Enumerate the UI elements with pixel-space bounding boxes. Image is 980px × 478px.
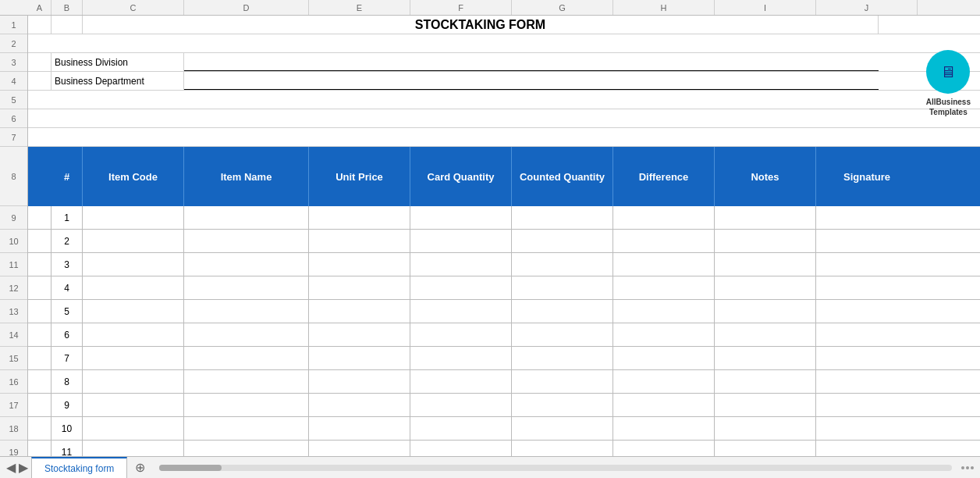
data-cell-price-5[interactable] <box>309 323 410 346</box>
data-cell-diff-3[interactable] <box>613 276 715 299</box>
data-cell-price-0[interactable] <box>309 206 410 229</box>
data-cell-diff-0[interactable] <box>613 206 715 229</box>
data-cell-diff-7[interactable] <box>613 370 715 393</box>
data-cell-name-8[interactable] <box>184 394 309 416</box>
data-cell-countedqty-7[interactable] <box>512 370 613 393</box>
table-row[interactable]: 5 <box>28 300 980 323</box>
table-row[interactable]: 6 <box>28 323 980 347</box>
data-cell-diff-9[interactable] <box>613 417 715 440</box>
data-cell-price-1[interactable] <box>309 230 410 252</box>
data-cell-notes-8[interactable] <box>715 394 816 416</box>
data-cell-notes-1[interactable] <box>715 230 816 252</box>
data-cell-price-9[interactable] <box>309 417 410 440</box>
data-cell-code-9[interactable] <box>83 417 184 440</box>
data-cell-cardqty-3[interactable] <box>410 276 512 299</box>
add-sheet-button[interactable]: ⊕ <box>127 457 153 478</box>
horizontal-scrollbar[interactable] <box>159 465 952 471</box>
data-cell-code-2[interactable] <box>83 253 184 276</box>
table-row[interactable]: 1 <box>28 206 980 230</box>
data-cell-name-3[interactable] <box>184 276 309 299</box>
data-cell-cardqty-8[interactable] <box>410 394 512 416</box>
data-cell-code-3[interactable] <box>83 276 184 299</box>
data-cell-name-9[interactable] <box>184 417 309 440</box>
data-cell-notes-3[interactable] <box>715 276 816 299</box>
scroll-thumb[interactable] <box>159 465 222 471</box>
data-cell-diff-8[interactable] <box>613 394 715 416</box>
data-cell-name-7[interactable] <box>184 370 309 393</box>
data-cell-cardqty-10[interactable] <box>410 441 512 456</box>
data-cell-notes-0[interactable] <box>715 206 816 229</box>
data-cell-price-2[interactable] <box>309 253 410 276</box>
data-cell-name-5[interactable] <box>184 323 309 346</box>
data-cell-price-4[interactable] <box>309 300 410 323</box>
data-cell-sig-1[interactable] <box>816 230 918 252</box>
data-cell-diff-10[interactable] <box>613 441 715 456</box>
data-cell-diff-2[interactable] <box>613 253 715 276</box>
data-cell-code-7[interactable] <box>83 370 184 393</box>
data-cell-sig-0[interactable] <box>816 206 918 229</box>
next-sheet-button[interactable]: ▶ <box>19 457 28 478</box>
data-cell-cardqty-0[interactable] <box>410 206 512 229</box>
table-row[interactable]: 4 <box>28 276 980 300</box>
data-cell-sig-9[interactable] <box>816 417 918 440</box>
data-cell-sig-10[interactable] <box>816 441 918 456</box>
data-cell-countedqty-4[interactable] <box>512 300 613 323</box>
data-cell-cardqty-9[interactable] <box>410 417 512 440</box>
table-row[interactable]: 3 <box>28 253 980 276</box>
data-cell-sig-3[interactable] <box>816 276 918 299</box>
data-cell-cardqty-4[interactable] <box>410 300 512 323</box>
prev-sheet-button[interactable]: ◀ <box>6 457 16 478</box>
data-cell-sig-2[interactable] <box>816 253 918 276</box>
input-division[interactable] <box>184 53 879 71</box>
data-cell-countedqty-8[interactable] <box>512 394 613 416</box>
data-cell-name-4[interactable] <box>184 300 309 323</box>
data-cell-notes-2[interactable] <box>715 253 816 276</box>
data-cell-sig-7[interactable] <box>816 370 918 393</box>
data-cell-price-8[interactable] <box>309 394 410 416</box>
data-cell-name-6[interactable] <box>184 347 309 369</box>
data-cell-diff-1[interactable] <box>613 230 715 252</box>
data-cell-price-7[interactable] <box>309 370 410 393</box>
data-cell-notes-7[interactable] <box>715 370 816 393</box>
data-cell-countedqty-1[interactable] <box>512 230 613 252</box>
data-cell-countedqty-10[interactable] <box>512 441 613 456</box>
data-cell-price-3[interactable] <box>309 276 410 299</box>
data-cell-code-5[interactable] <box>83 323 184 346</box>
data-cell-countedqty-5[interactable] <box>512 323 613 346</box>
data-cell-diff-4[interactable] <box>613 300 715 323</box>
table-row[interactable]: 2 <box>28 230 980 253</box>
data-cell-price-10[interactable] <box>309 441 410 456</box>
tab-stocktaking[interactable]: Stocktaking form <box>31 457 127 478</box>
data-cell-notes-9[interactable] <box>715 417 816 440</box>
data-cell-code-0[interactable] <box>83 206 184 229</box>
data-cell-price-6[interactable] <box>309 347 410 369</box>
data-cell-cardqty-5[interactable] <box>410 323 512 346</box>
data-cell-code-4[interactable] <box>83 300 184 323</box>
data-cell-countedqty-2[interactable] <box>512 253 613 276</box>
data-cell-name-1[interactable] <box>184 230 309 252</box>
data-cell-sig-4[interactable] <box>816 300 918 323</box>
data-cell-notes-4[interactable] <box>715 300 816 323</box>
table-row[interactable]: 8 <box>28 370 980 394</box>
data-cell-sig-8[interactable] <box>816 394 918 416</box>
data-cell-diff-5[interactable] <box>613 323 715 346</box>
data-cell-diff-6[interactable] <box>613 347 715 369</box>
table-row[interactable]: 7 <box>28 347 980 370</box>
data-cell-countedqty-3[interactable] <box>512 276 613 299</box>
data-cell-notes-10[interactable] <box>715 441 816 456</box>
input-department[interactable] <box>184 72 879 90</box>
data-cell-notes-5[interactable] <box>715 323 816 346</box>
data-cell-cardqty-7[interactable] <box>410 370 512 393</box>
data-cell-name-2[interactable] <box>184 253 309 276</box>
data-cell-sig-6[interactable] <box>816 347 918 369</box>
data-cell-cardqty-2[interactable] <box>410 253 512 276</box>
data-cell-sig-5[interactable] <box>816 323 918 346</box>
data-cell-code-1[interactable] <box>83 230 184 252</box>
data-cell-code-8[interactable] <box>83 394 184 416</box>
data-cell-name-0[interactable] <box>184 206 309 229</box>
data-cell-name-10[interactable] <box>184 441 309 456</box>
data-cell-countedqty-9[interactable] <box>512 417 613 440</box>
data-cell-cardqty-1[interactable] <box>410 230 512 252</box>
data-cell-notes-6[interactable] <box>715 347 816 369</box>
table-row[interactable]: 9 <box>28 394 980 417</box>
